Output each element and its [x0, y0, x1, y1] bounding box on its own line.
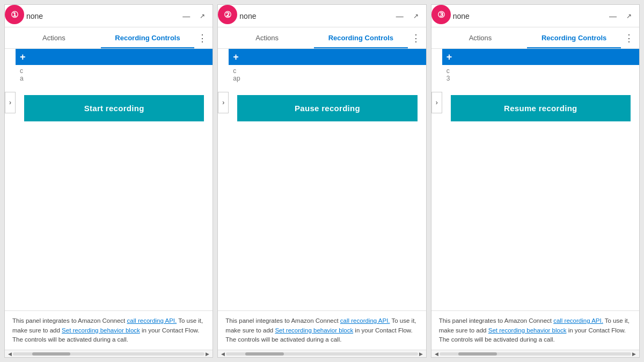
scrollbar-thumb-3	[458, 352, 496, 356]
scrollbar-2[interactable]: ◀ ▶	[218, 350, 426, 357]
blue-bar-2: +	[229, 49, 426, 65]
footer-link2-2[interactable]: Set recording behavior block	[275, 327, 353, 334]
content-inner-2: + c ap Pause recording	[218, 49, 426, 310]
panel-2: ② none — ↗ Actions Recording Controls ⋮ …	[217, 4, 426, 358]
tab-more-2[interactable]: ⋮	[408, 28, 424, 48]
info-row-1: c a	[16, 65, 213, 86]
popout-button-3[interactable]: ↗	[624, 11, 634, 21]
tabs-3: Actions Recording Controls ⋮	[431, 27, 639, 49]
scrollbar-track-1[interactable]	[13, 352, 204, 356]
panel-body-2: › + c ap Pause recording	[218, 49, 426, 357]
blue-bar-1: +	[16, 49, 213, 65]
titlebar-1: none — ↗	[5, 5, 213, 27]
panel-3: ③ none — ↗ Actions Recording Controls ⋮ …	[431, 4, 640, 358]
titlebar-2: none — ↗	[218, 5, 426, 27]
tab-recording-3[interactable]: Recording Controls	[527, 27, 621, 48]
footer-link1-3[interactable]: call recording API.	[553, 317, 603, 324]
scrollbar-track-2[interactable]	[226, 352, 418, 356]
panel-body-3: › + c 3 Resume recording	[431, 49, 639, 357]
minimize-button-1[interactable]: —	[180, 11, 192, 21]
record-btn-area-1: Start recording	[16, 86, 213, 130]
scrollbar-thumb-2	[245, 352, 283, 356]
tab-recording-1[interactable]: Recording Controls	[101, 27, 195, 48]
content-inner-3: + c 3 Resume recording	[431, 49, 639, 310]
footer-link1-2[interactable]: call recording API.	[340, 317, 390, 324]
minimize-button-2[interactable]: —	[394, 11, 406, 21]
footer-3: This panel integrates to Amazon Connect …	[431, 310, 639, 350]
scrollbar-thumb-1	[32, 352, 70, 356]
badge-3: ③	[431, 5, 451, 24]
minimize-button-3[interactable]: —	[607, 11, 619, 21]
tab-more-1[interactable]: ⋮	[194, 28, 210, 48]
tab-actions-3[interactable]: Actions	[434, 27, 528, 48]
popout-button-2[interactable]: ↗	[411, 11, 421, 21]
scroll-right-2[interactable]: ▶	[418, 350, 424, 358]
record-button-3[interactable]: Resume recording	[451, 95, 631, 121]
panel-1: ① none — ↗ Actions Recording Controls ⋮ …	[4, 4, 213, 358]
tab-recording-2[interactable]: Recording Controls	[314, 27, 408, 48]
popout-button-1[interactable]: ↗	[197, 11, 207, 21]
titlebar-controls-2: — ↗	[394, 11, 421, 21]
scroll-left-1[interactable]: ◀	[7, 350, 13, 358]
title-1: none	[26, 12, 43, 20]
panel-body-1: › + c a Start recording	[5, 49, 213, 357]
scroll-left-2[interactable]: ◀	[220, 350, 226, 358]
info-row-3: c 3	[442, 65, 639, 86]
blue-bar-3: +	[442, 49, 639, 65]
scroll-left-3[interactable]: ◀	[434, 350, 440, 358]
titlebar-controls-3: — ↗	[607, 11, 634, 21]
scroll-right-1[interactable]: ▶	[204, 350, 210, 358]
tabs-2: Actions Recording Controls ⋮	[218, 27, 426, 49]
scrollbar-1[interactable]: ◀ ▶	[5, 350, 213, 357]
tab-actions-2[interactable]: Actions	[220, 27, 314, 48]
scrollbar-3[interactable]: ◀ ▶	[431, 350, 639, 357]
plus-icon-2: +	[233, 52, 239, 63]
record-button-2[interactable]: Pause recording	[237, 95, 417, 121]
footer-link2-3[interactable]: Set recording behavior block	[488, 327, 567, 334]
plus-icon-3: +	[447, 52, 452, 63]
scrollbar-track-3[interactable]	[440, 352, 631, 356]
plus-icon-1: +	[20, 52, 26, 63]
footer-link1-1[interactable]: call recording API.	[127, 317, 177, 324]
tabs-1: Actions Recording Controls ⋮	[5, 27, 213, 49]
title-2: none	[239, 12, 256, 20]
footer-link2-1[interactable]: Set recording behavior block	[62, 327, 140, 334]
record-btn-area-2: Pause recording	[229, 86, 426, 130]
badge-1: ①	[5, 5, 24, 24]
titlebar-3: none — ↗	[431, 5, 639, 27]
content-inner-1: + c a Start recording	[5, 49, 213, 310]
record-button-1[interactable]: Start recording	[24, 95, 204, 121]
scroll-right-3[interactable]: ▶	[631, 350, 637, 358]
tab-more-3[interactable]: ⋮	[621, 28, 637, 48]
title-3: none	[453, 12, 470, 20]
record-btn-area-3: Resume recording	[442, 86, 639, 130]
footer-1: This panel integrates to Amazon Connect …	[5, 310, 213, 350]
info-row-2: c ap	[229, 65, 426, 86]
tab-actions-1[interactable]: Actions	[7, 27, 101, 48]
footer-2: This panel integrates to Amazon Connect …	[218, 310, 426, 350]
titlebar-controls-1: — ↗	[180, 11, 207, 21]
